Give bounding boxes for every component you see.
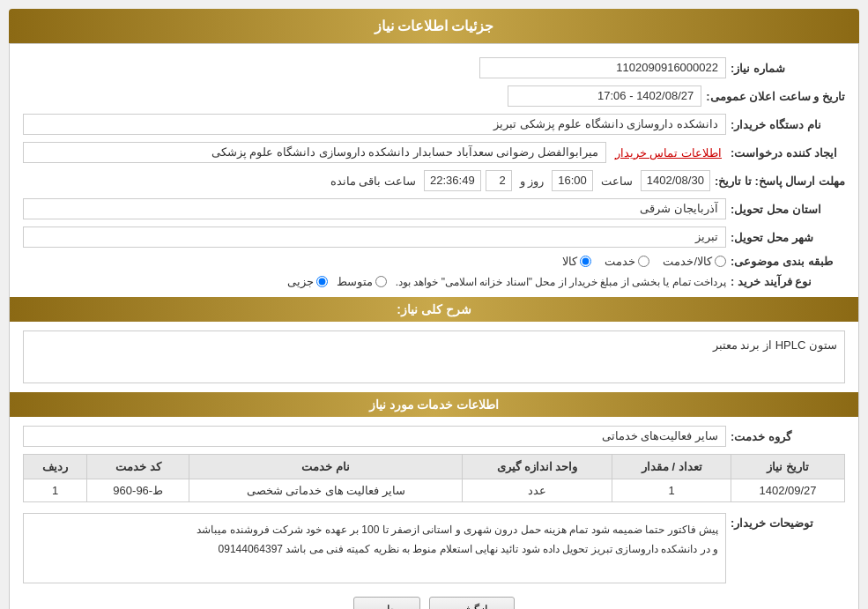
nam-dastgah-value: دانشکده داروسازی دانشگاه علوم پزشکی تبری…	[23, 114, 726, 135]
tarikh-elan-value: 1402/08/27 - 17:06	[508, 85, 701, 107]
purchase-type-group: پرداخت تمام یا بخشی از مبلغ خریدار از مح…	[23, 275, 726, 288]
ostan-row: استان محل تحویل: آذربایجان شرقی	[23, 198, 845, 219]
service-table: تاریخ نیاز تعداد / مقدار واحد اندازه گیر…	[23, 454, 845, 502]
shomare-niaz-value: 1102090916000022	[479, 57, 726, 78]
back-button[interactable]: بازگشت	[429, 597, 515, 609]
header-title: جزئیات اطلاعات نیاز	[375, 19, 494, 33]
radio-kala-input[interactable]	[580, 256, 591, 267]
mohlat-row: مهلت ارسال پاسخ: تا تاریخ: 1402/08/30 سا…	[23, 170, 845, 191]
col-header-code: کد خدمت	[87, 455, 189, 479]
radio-kala-khadamat: کالا/خدمت	[663, 255, 726, 268]
tawzih-row: توضیحات خریدار: پیش فاکتور حتما ضمیمه شو…	[23, 513, 845, 583]
ijad-konande-value: میرابوالفضل رضوانی سعدآباد حسابدار دانشک…	[23, 142, 606, 163]
now-farayand-label: نوع فرآیند خرید :	[731, 275, 845, 288]
shomare-niaz-row: شماره نیاز: 1102090916000022	[23, 57, 845, 78]
radio-jozii-label: جزیی	[287, 275, 314, 288]
sharh-section-label: شرح کلی نیاز:	[397, 302, 471, 316]
table-header-row: تاریخ نیاز تعداد / مقدار واحد اندازه گیر…	[24, 455, 845, 479]
date-value: 1402/08/30	[641, 170, 710, 191]
ostan-label: استان محل تحویل:	[731, 203, 845, 216]
radio-kala-khadamat-label: کالا/خدمت	[663, 255, 712, 268]
nam-dastgah-row: نام دستگاه خریدار: دانشکده داروسازی دانش…	[23, 114, 845, 135]
service-section-header: اطلاعات خدمات مورد نیاز	[10, 392, 858, 417]
radio-khadamat-label: خدمت	[605, 255, 635, 268]
radio-kala-label: کالا	[562, 255, 577, 268]
now-farayand-row: نوع فرآیند خرید : پرداخت تمام یا بخشی از…	[23, 275, 845, 288]
radio-motavaset-input[interactable]	[375, 276, 387, 287]
radio-jozii-input[interactable]	[316, 276, 328, 287]
saat-label: ساعت	[601, 175, 633, 188]
nam-dastgah-label: نام دستگاه خریدار:	[731, 118, 845, 131]
tabaqe-row: طبقه بندی موضوعی: کالا/خدمت خدمت کالا	[23, 255, 845, 268]
col-header-count: تعداد / مقدار	[612, 455, 731, 479]
tarikh-elan-label: تاریخ و ساعت اعلان عمومی:	[706, 90, 845, 103]
sharh-value: ستون HPLC از برند معتبر	[23, 330, 845, 383]
tawzih-value: پیش فاکتور حتما ضمیمه شود تمام هزینه حمل…	[23, 513, 726, 583]
shomare-niaz-label: شماره نیاز:	[731, 62, 845, 75]
radio-motavaset-label: متوسط	[337, 275, 373, 288]
etelaat-tamas-link[interactable]: اطلاعات تماس خریدار	[615, 146, 722, 160]
radio-jozii: جزیی	[287, 275, 328, 288]
page-container: جزئیات اطلاعات نیاز شماره نیاز: 11020909…	[0, 0, 868, 609]
radio-khadamat-input[interactable]	[638, 256, 649, 267]
table-row: 1402/09/27 1 عدد سایر فعالیت های خدماتی …	[24, 479, 845, 502]
col-header-unit: واحد اندازه گیری	[463, 455, 612, 479]
cell-code: ط-96-960	[87, 479, 189, 502]
service-section-label: اطلاعات خدمات مورد نیاز	[369, 397, 500, 412]
col-header-tarikh: تاریخ نیاز	[731, 455, 845, 479]
shahr-label: شهر محل تحویل:	[731, 231, 845, 244]
group-value: سایر فعالیت‌های خدماتی	[23, 426, 726, 447]
tabaqe-radio-group: کالا/خدمت خدمت کالا	[562, 255, 726, 268]
group-row: گروه خدمت: سایر فعالیت‌های خدماتی	[23, 426, 845, 447]
cell-name: سایر فعالیت های خدماتی شخصی	[189, 479, 463, 502]
tabaqe-label: طبقه بندی موضوعی:	[731, 255, 845, 268]
rooz-value: 2	[486, 170, 512, 191]
saat-value: 16:00	[552, 170, 593, 191]
ijad-konande-row: ایجاد کننده درخواست: اطلاعات تماس خریدار…	[23, 142, 845, 163]
rooz-label: روز و	[520, 175, 545, 188]
sharh-content-row: ستون HPLC از برند معتبر	[23, 330, 845, 383]
cell-tarikh: 1402/09/27	[731, 479, 845, 502]
group-label: گروه خدمت:	[731, 430, 845, 443]
sharh-section-header: شرح کلی نیاز:	[10, 297, 858, 322]
baqi-value: 22:36:49	[424, 170, 481, 191]
radio-kala: کالا	[562, 255, 591, 268]
purchase-note: پرداخت تمام یا بخشی از مبلغ خریدار از مح…	[396, 276, 726, 288]
tawzih-label: توضیحات خریدار:	[731, 516, 845, 530]
mohlat-label: مهلت ارسال پاسخ: تا تاریخ:	[715, 175, 845, 188]
ostan-value: آذربایجان شرقی	[23, 198, 726, 219]
col-header-row: ردیف	[24, 455, 87, 479]
radio-khadamat: خدمت	[605, 255, 649, 268]
radio-motavaset: متوسط	[337, 275, 387, 288]
buttons-row: بازگشت چاپ	[23, 597, 845, 609]
cell-count: 1	[612, 479, 731, 502]
print-button[interactable]: چاپ	[353, 597, 420, 609]
cell-row: 1	[24, 479, 87, 502]
main-content: شماره نیاز: 1102090916000022 تاریخ و ساع…	[9, 43, 859, 609]
cell-unit: عدد	[463, 479, 612, 502]
radio-kala-khadamat-input[interactable]	[715, 256, 726, 267]
col-header-name: نام خدمت	[189, 455, 463, 479]
baqi-label: ساعت باقی مانده	[330, 175, 416, 188]
ijad-konande-label: ایجاد کننده درخواست:	[731, 146, 845, 160]
shahr-value: تبریز	[23, 227, 726, 248]
header-bar: جزئیات اطلاعات نیاز	[9, 9, 859, 43]
shahr-row: شهر محل تحویل: تبریز	[23, 227, 845, 248]
tarikh-elan-row: تاریخ و ساعت اعلان عمومی: 1402/08/27 - 1…	[23, 85, 845, 107]
